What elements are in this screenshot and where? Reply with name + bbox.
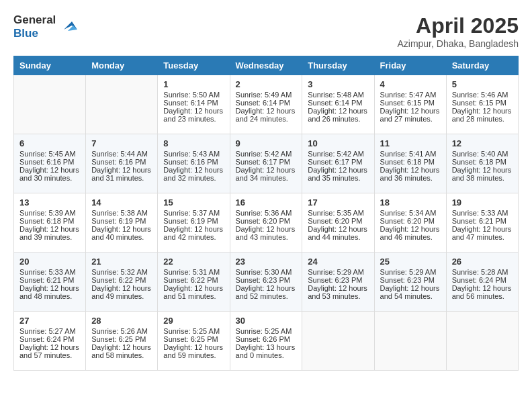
sunrise-text: Sunrise: 5:25 AM — [236, 327, 297, 335]
sunrise-text: Sunrise: 5:26 AM — [91, 327, 152, 335]
title-area: April 2025 Azimpur, Dhaka, Bangladesh — [397, 13, 519, 49]
calendar-cell: 8Sunrise: 5:43 AMSunset: 6:16 PMDaylight… — [158, 134, 230, 193]
sunset-text: Sunset: 6:24 PM — [19, 335, 80, 343]
day-number: 21 — [91, 257, 152, 267]
day-number: 8 — [163, 138, 224, 148]
daylight-text: Daylight: 12 hours and 27 minutes. — [380, 107, 441, 123]
weekday-header: Saturday — [446, 56, 518, 75]
calendar-cell: 11Sunrise: 5:41 AMSunset: 6:18 PMDayligh… — [374, 134, 446, 193]
daylight-text: Daylight: 12 hours and 46 minutes. — [380, 225, 441, 241]
calendar-cell: 16Sunrise: 5:36 AMSunset: 6:20 PMDayligh… — [230, 193, 302, 253]
daylight-text: Daylight: 12 hours and 23 minutes. — [163, 107, 224, 123]
daylight-text: Daylight: 12 hours and 57 minutes. — [19, 343, 80, 359]
sunrise-text: Sunrise: 5:33 AM — [19, 268, 80, 276]
day-number: 2 — [236, 79, 297, 89]
daylight-text: Daylight: 12 hours and 34 minutes. — [236, 166, 297, 182]
day-number: 19 — [452, 197, 513, 208]
calendar-table: SundayMondayTuesdayWednesdayThursdayFrid… — [13, 56, 519, 371]
daylight-text: Daylight: 12 hours and 48 minutes. — [19, 284, 80, 300]
location: Azimpur, Dhaka, Bangladesh — [397, 38, 519, 49]
sunrise-text: Sunrise: 5:44 AM — [91, 150, 152, 158]
sunset-text: Sunset: 6:19 PM — [163, 217, 224, 225]
day-number: 18 — [380, 197, 441, 208]
sunset-text: Sunset: 6:23 PM — [308, 276, 368, 284]
day-number: 22 — [163, 257, 224, 267]
daylight-text: Daylight: 12 hours and 52 minutes. — [236, 284, 297, 300]
sunset-text: Sunset: 6:23 PM — [236, 276, 297, 284]
calendar-cell: 19Sunrise: 5:33 AMSunset: 6:21 PMDayligh… — [446, 193, 518, 253]
day-number: 25 — [380, 257, 441, 267]
weekday-header: Monday — [86, 56, 158, 75]
day-number: 16 — [236, 197, 297, 208]
daylight-text: Daylight: 12 hours and 53 minutes. — [308, 284, 368, 300]
sunset-text: Sunset: 6:16 PM — [19, 158, 80, 166]
sunset-text: Sunset: 6:26 PM — [236, 335, 297, 343]
sunrise-text: Sunrise: 5:41 AM — [380, 150, 441, 158]
day-number: 12 — [452, 138, 513, 148]
daylight-text: Daylight: 12 hours and 58 minutes. — [91, 343, 152, 359]
daylight-text: Daylight: 12 hours and 28 minutes. — [452, 107, 513, 123]
sunrise-text: Sunrise: 5:40 AM — [452, 150, 513, 158]
day-number: 23 — [236, 257, 297, 267]
day-number: 14 — [91, 197, 152, 208]
page-header: General Blue April 2025 Azimpur, Dhaka, … — [13, 13, 519, 49]
daylight-text: Daylight: 12 hours and 38 minutes. — [452, 166, 513, 182]
logo-blue: Blue — [13, 27, 56, 40]
day-number: 7 — [91, 138, 152, 148]
calendar-cell: 2Sunrise: 5:49 AMSunset: 6:14 PMDaylight… — [230, 75, 302, 134]
sunset-text: Sunset: 6:16 PM — [91, 158, 152, 166]
sunrise-text: Sunrise: 5:29 AM — [308, 268, 368, 276]
day-number: 30 — [236, 316, 297, 326]
sunset-text: Sunset: 6:22 PM — [163, 276, 224, 284]
calendar-cell — [374, 312, 446, 371]
sunrise-text: Sunrise: 5:33 AM — [452, 209, 513, 217]
daylight-text: Daylight: 12 hours and 32 minutes. — [163, 166, 224, 182]
sunrise-text: Sunrise: 5:42 AM — [236, 150, 297, 158]
sunset-text: Sunset: 6:15 PM — [452, 99, 513, 107]
calendar-cell: 13Sunrise: 5:39 AMSunset: 6:18 PMDayligh… — [14, 193, 86, 253]
logo-icon — [58, 16, 77, 38]
daylight-text: Daylight: 12 hours and 54 minutes. — [380, 284, 441, 300]
calendar-cell: 12Sunrise: 5:40 AMSunset: 6:18 PMDayligh… — [446, 134, 518, 193]
calendar-cell: 24Sunrise: 5:29 AMSunset: 6:23 PMDayligh… — [302, 253, 374, 312]
sunrise-text: Sunrise: 5:32 AM — [91, 268, 152, 276]
day-number: 1 — [163, 79, 224, 89]
sunrise-text: Sunrise: 5:49 AM — [236, 91, 297, 99]
calendar-cell: 5Sunrise: 5:46 AMSunset: 6:15 PMDaylight… — [446, 75, 518, 134]
sunset-text: Sunset: 6:14 PM — [236, 99, 297, 107]
sunset-text: Sunset: 6:22 PM — [91, 276, 152, 284]
day-number: 17 — [308, 197, 368, 208]
calendar-week-row: 20Sunrise: 5:33 AMSunset: 6:21 PMDayligh… — [14, 253, 519, 312]
sunset-text: Sunset: 6:25 PM — [91, 335, 152, 343]
calendar-cell: 6Sunrise: 5:45 AMSunset: 6:16 PMDaylight… — [14, 134, 86, 193]
daylight-text: Daylight: 12 hours and 51 minutes. — [163, 284, 224, 300]
calendar-cell: 9Sunrise: 5:42 AMSunset: 6:17 PMDaylight… — [230, 134, 302, 193]
day-number: 6 — [19, 138, 80, 148]
daylight-text: Daylight: 12 hours and 44 minutes. — [308, 225, 368, 241]
sunrise-text: Sunrise: 5:47 AM — [380, 91, 441, 99]
calendar-week-row: 27Sunrise: 5:27 AMSunset: 6:24 PMDayligh… — [14, 312, 519, 371]
calendar-cell: 14Sunrise: 5:38 AMSunset: 6:19 PMDayligh… — [86, 193, 158, 253]
calendar-cell — [86, 75, 158, 134]
weekday-header: Sunday — [14, 56, 86, 75]
weekday-header: Wednesday — [230, 56, 302, 75]
sunrise-text: Sunrise: 5:39 AM — [19, 209, 80, 217]
sunset-text: Sunset: 6:17 PM — [308, 158, 368, 166]
daylight-text: Daylight: 12 hours and 36 minutes. — [380, 166, 441, 182]
day-number: 29 — [163, 316, 224, 326]
sunset-text: Sunset: 6:16 PM — [163, 158, 224, 166]
sunrise-text: Sunrise: 5:35 AM — [308, 209, 368, 217]
sunset-text: Sunset: 6:23 PM — [380, 276, 441, 284]
sunrise-text: Sunrise: 5:46 AM — [452, 91, 513, 99]
daylight-text: Daylight: 12 hours and 24 minutes. — [236, 107, 297, 123]
sunrise-text: Sunrise: 5:31 AM — [163, 268, 224, 276]
sunset-text: Sunset: 6:18 PM — [380, 158, 441, 166]
sunset-text: Sunset: 6:20 PM — [308, 217, 368, 225]
day-number: 24 — [308, 257, 368, 267]
sunset-text: Sunset: 6:20 PM — [236, 217, 297, 225]
sunrise-text: Sunrise: 5:27 AM — [19, 327, 80, 335]
sunrise-text: Sunrise: 5:36 AM — [236, 209, 297, 217]
sunrise-text: Sunrise: 5:30 AM — [236, 268, 297, 276]
sunset-text: Sunset: 6:15 PM — [380, 99, 441, 107]
daylight-text: Daylight: 13 hours and 0 minutes. — [236, 343, 297, 359]
